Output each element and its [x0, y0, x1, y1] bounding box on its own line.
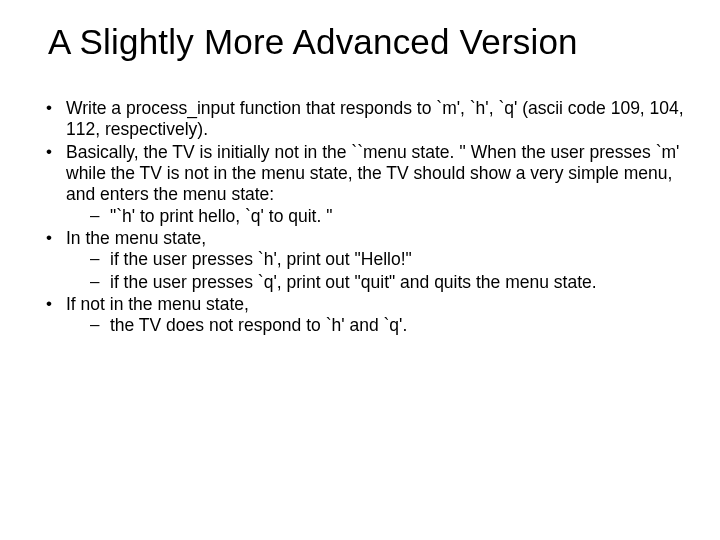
bullet-text: Write a process_input function that resp…: [66, 98, 684, 139]
bullet-text: If not in the menu state,: [66, 294, 249, 314]
sub-bullet-text: if the user presses `h', print out "Hell…: [110, 249, 412, 269]
bullet-item: If not in the menu state, the TV does no…: [40, 294, 686, 337]
sub-bullet-item: if the user presses `h', print out "Hell…: [88, 249, 686, 270]
bullet-item: Write a process_input function that resp…: [40, 98, 686, 141]
bullet-text: In the menu state,: [66, 228, 206, 248]
sub-bullet-item: if the user presses `q', print out "quit…: [88, 272, 686, 293]
slide: A Slightly More Advanced Version Write a…: [0, 0, 720, 540]
sub-bullet-list: the TV does not respond to `h' and `q'.: [88, 315, 686, 336]
sub-bullet-text: the TV does not respond to `h' and `q'.: [110, 315, 407, 335]
slide-title: A Slightly More Advanced Version: [48, 22, 686, 62]
sub-bullet-item: "`h' to print hello, `q' to quit. ": [88, 206, 686, 227]
sub-bullet-text: "`h' to print hello, `q' to quit. ": [110, 206, 332, 226]
bullet-item: In the menu state, if the user presses `…: [40, 228, 686, 293]
bullet-text: Basically, the TV is initially not in th…: [66, 142, 679, 205]
bullet-list: Write a process_input function that resp…: [40, 98, 686, 337]
sub-bullet-item: the TV does not respond to `h' and `q'.: [88, 315, 686, 336]
sub-bullet-text: if the user presses `q', print out "quit…: [110, 272, 597, 292]
bullet-item: Basically, the TV is initially not in th…: [40, 142, 686, 227]
sub-bullet-list: if the user presses `h', print out "Hell…: [88, 249, 686, 293]
sub-bullet-list: "`h' to print hello, `q' to quit. ": [88, 206, 686, 227]
